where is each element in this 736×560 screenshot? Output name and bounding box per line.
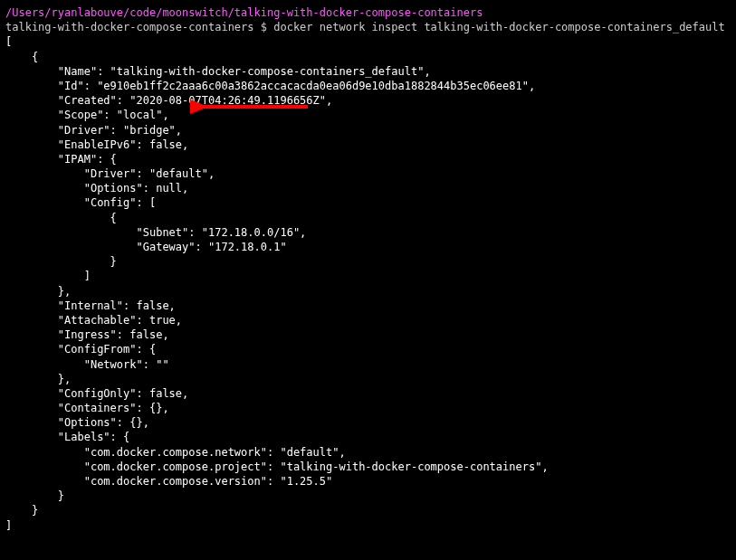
terminal-window: /Users/ryanlabouve/code/moonswitch/talki… — [5, 5, 731, 533]
command-output: [ { "Name": "talking-with-docker-compose… — [5, 34, 731, 532]
prompt-line[interactable]: talking-with-docker-compose-containers $… — [5, 20, 731, 34]
current-working-directory: /Users/ryanlabouve/code/moonswitch/talki… — [5, 6, 483, 19]
entered-command: docker network inspect talking-with-dock… — [273, 21, 725, 33]
shell-prompt: talking-with-docker-compose-containers $ — [5, 21, 273, 33]
cwd-line: /Users/ryanlabouve/code/moonswitch/talki… — [5, 5, 731, 20]
